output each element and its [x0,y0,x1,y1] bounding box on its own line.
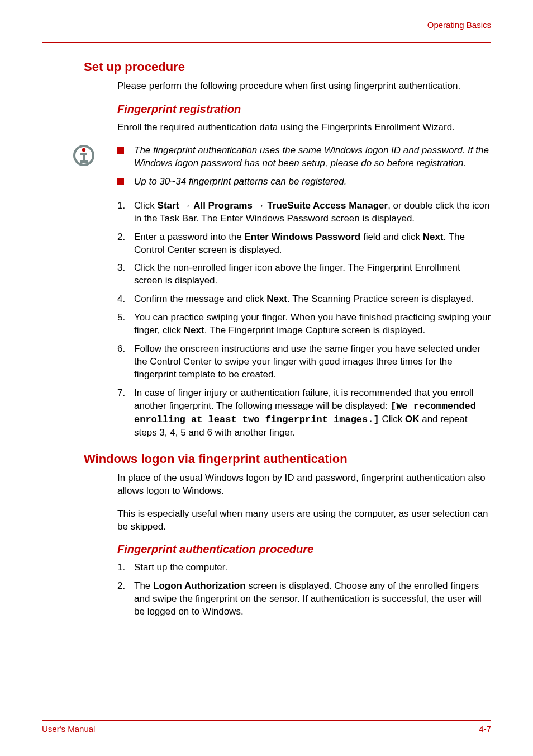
svg-point-1 [82,148,85,152]
footer-left: User's Manual [42,724,95,734]
header-rule [42,42,491,43]
heading-fingerprint-registration: Fingerprint registration [117,103,491,116]
list-item: 6. Follow the onscreen instructions and … [117,343,491,381]
header-section: Operating Basics [42,20,491,30]
step-body: Click the non-enrolled finger icon above… [134,262,491,287]
svg-rect-3 [83,153,85,161]
step-number: 2. [117,231,134,257]
list-item: 2. The Logon Authorization screen is dis… [117,580,491,618]
bullet-icon [117,147,124,154]
logon-p1: In place of the usual Windows logon by I… [117,472,491,498]
list-item: 1. Click Start → All Programs → TrueSuit… [117,200,491,225]
logon-p2: This is especially useful when many user… [117,508,491,533]
registration-intro: Enroll the required authentication data … [117,121,491,134]
step-body: You can practice swiping your finger. Wh… [134,311,491,337]
heading-auth-procedure: Fingerprint authentication procedure [117,543,491,556]
list-item: 5. You can practice swiping your finger.… [117,311,491,337]
step-number: 5. [117,311,134,337]
step-body: Start up the computer. [134,561,491,574]
step-number: 2. [117,580,134,618]
step-body: In case of finger injury or authenticati… [134,387,491,440]
note-block: The fingerprint authentication uses the … [73,144,491,194]
step-number: 4. [117,293,134,306]
list-item: 1. Start up the computer. [117,561,491,574]
heading-windows-logon: Windows logon via fingerprint authentica… [84,452,491,466]
step-number: 3. [117,262,134,287]
step-body: Enter a password into the Enter Windows … [134,231,491,257]
bullet-icon [117,178,124,185]
list-item: 4. Confirm the message and click Next. T… [117,293,491,306]
registration-steps: 1. Click Start → All Programs → TrueSuit… [117,200,491,440]
step-number: 1. [117,561,134,574]
list-item: 2. Enter a password into the Enter Windo… [117,231,491,257]
info-icon [73,144,95,167]
step-number: 6. [117,343,134,381]
footer: User's Manual 4-7 [42,720,491,734]
footer-rule [42,720,491,721]
content: Set up procedure Please perform the foll… [42,60,491,618]
step-body: The Logon Authorization screen is displa… [134,580,491,618]
svg-rect-4 [80,160,88,163]
step-body: Confirm the message and click Next. The … [134,293,491,306]
heading-setup-procedure: Set up procedure [84,60,491,74]
note-item: The fingerprint authentication uses the … [117,144,491,170]
auth-steps: 1. Start up the computer. 2. The Logon A… [117,561,491,618]
step-number: 1. [117,200,134,225]
step-body: Click Start → All Programs → TrueSuite A… [134,200,491,225]
step-body: Follow the onscreen instructions and use… [134,343,491,381]
note-list: The fingerprint authentication uses the … [117,144,491,194]
note-text: The fingerprint authentication uses the … [134,144,491,170]
list-item: 3. Click the non-enrolled finger icon ab… [117,262,491,287]
page: Operating Basics Set up procedure Please… [0,0,533,756]
list-item: 7. In case of finger injury or authentic… [117,387,491,440]
note-item: Up to 30~34 fingerprint patterns can be … [117,176,491,188]
note-text: Up to 30~34 fingerprint patterns can be … [134,176,346,188]
setup-intro: Please perform the following procedure w… [117,80,491,93]
step-number: 7. [117,387,134,440]
footer-page-number: 4-7 [479,724,491,734]
